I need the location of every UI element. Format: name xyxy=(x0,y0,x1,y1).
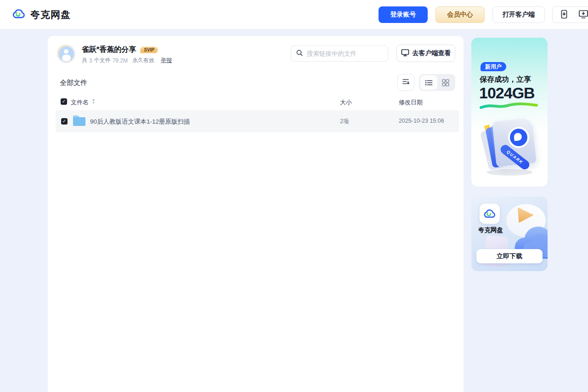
file-size: 2项 xyxy=(340,118,349,125)
meta-total-size: 79.2M xyxy=(113,57,128,64)
meta-unit: 个文件 xyxy=(94,57,111,64)
green-swoosh-icon xyxy=(479,102,539,110)
name-sort-arrows-icon[interactable]: ▲▼ xyxy=(92,98,95,104)
select-all-checkbox[interactable]: ✓ xyxy=(61,98,67,105)
share-content-panel: 雀跃*香蕉的分享 SVIP 共 3 个文件 79.2M 永久有效 举报 去客户端… xyxy=(48,36,464,392)
avatar xyxy=(57,45,75,63)
top-header: 夸克网盘 登录账号 会员中心 打开客户端 xyxy=(0,0,588,29)
meta-prefix: 共 xyxy=(82,57,87,64)
download-card-brand: 夸克网盘 xyxy=(478,226,503,234)
new-user-promo-card[interactable]: 新用户 保存成功，立享 1024GB QUARK xyxy=(471,38,548,187)
brand-logo[interactable]: 夸克网盘 xyxy=(12,7,71,23)
sort-icon xyxy=(402,78,410,87)
meta-file-count: 3 xyxy=(89,57,92,64)
column-date: 修改日期 xyxy=(399,98,423,107)
list-view-icon xyxy=(425,80,433,86)
login-button[interactable]: 登录账号 xyxy=(379,6,428,23)
mobile-download-icon[interactable] xyxy=(560,10,568,20)
list-view-button[interactable] xyxy=(420,75,437,90)
all-files-title: 全部文件 xyxy=(60,79,87,87)
svip-badge: SVIP xyxy=(140,46,158,54)
share-title: 雀跃*香蕉的分享 xyxy=(82,45,136,55)
view-in-client-label: 去客户端查看 xyxy=(413,49,451,57)
open-client-button[interactable]: 打开客户端 xyxy=(492,6,545,23)
download-apps-group[interactable] xyxy=(552,6,588,23)
quark-cloud-logo-icon xyxy=(12,7,26,23)
brand-name: 夸克网盘 xyxy=(30,8,71,21)
view-in-client-button[interactable]: 去客户端查看 xyxy=(396,45,455,62)
promo-line1: 保存成功，立享 xyxy=(480,75,531,85)
file-date: 2025-10-23 15:06 xyxy=(399,118,444,124)
search-input[interactable] xyxy=(307,50,388,57)
desktop-download-icon[interactable] xyxy=(578,10,588,20)
monitor-icon xyxy=(401,49,409,58)
search-icon xyxy=(296,49,303,58)
vip-center-button[interactable]: 会员中心 xyxy=(435,6,485,23)
view-mode-toggle xyxy=(419,74,455,91)
folder-icon xyxy=(72,114,86,129)
download-now-button[interactable]: 立即下载 xyxy=(476,249,543,263)
app-download-card[interactable]: 夸克网盘 立即下载 xyxy=(471,197,548,271)
share-meta: 共 3 个文件 79.2M 永久有效 举报 xyxy=(82,57,172,64)
new-user-badge: 新用户 xyxy=(481,62,506,71)
meta-validity: 永久有效 xyxy=(132,57,154,64)
grid-view-icon xyxy=(442,79,449,86)
promo-line2: 1024GB xyxy=(479,84,535,102)
file-name[interactable]: 90后人教版语文课本1-12册原版扫描 xyxy=(90,118,190,126)
column-size: 大小 xyxy=(340,98,352,107)
search-box[interactable] xyxy=(291,45,388,62)
sort-button[interactable] xyxy=(397,74,414,91)
folder-illustration: QUARK xyxy=(481,115,538,177)
row-checkbox[interactable]: ✓ xyxy=(61,118,68,125)
grid-view-button[interactable] xyxy=(437,75,454,90)
table-row[interactable]: ✓ 90后人教版语文课本1-12册原版扫描 2项 2025-10-23 15:0… xyxy=(56,110,459,132)
column-name[interactable]: 文件名 xyxy=(71,98,89,107)
report-link[interactable]: 举报 xyxy=(161,57,172,64)
table-header: ✓ 文件名 ▲▼ 大小 修改日期 xyxy=(48,97,464,108)
quark-app-icon xyxy=(480,204,500,224)
